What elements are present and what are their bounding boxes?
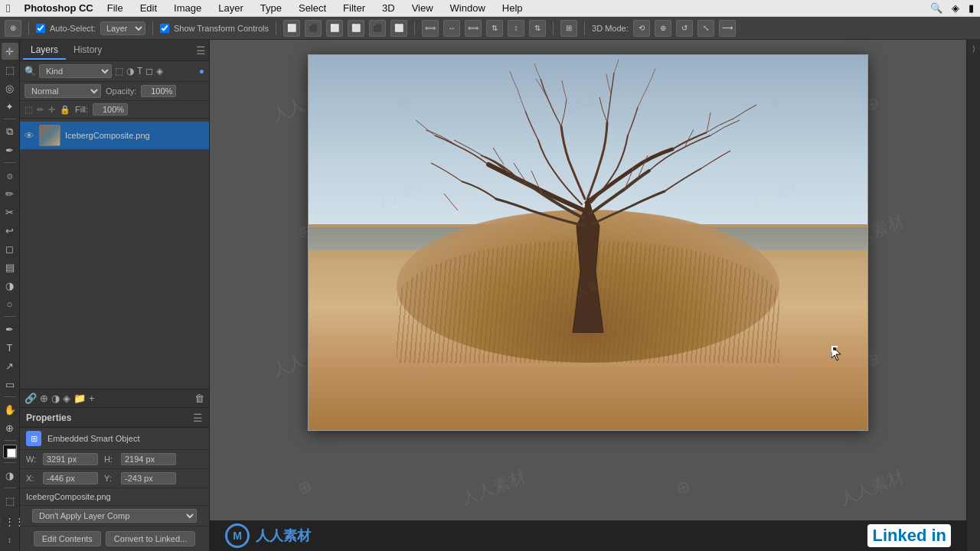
dist-middle-v-btn[interactable]: ↕ [508, 20, 524, 37]
height-field[interactable] [121, 453, 176, 465]
lock-transparent-icon[interactable]: ⬚ [24, 105, 32, 115]
gradient-tool[interactable]: ▤ [2, 259, 18, 276]
edit-contents-button[interactable]: Edit Contents [34, 531, 101, 546]
pen-tool[interactable]: ✒ [2, 321, 18, 337]
menu-type[interactable]: Type [257, 2, 285, 15]
auto-select-dropdown[interactable]: Layer Group [100, 21, 145, 35]
filter-toggle[interactable]: ● [199, 66, 204, 77]
fill-field[interactable] [93, 103, 128, 116]
shape-tool[interactable]: ▭ [2, 376, 18, 393]
dist-right-btn[interactable]: ⟺ [465, 20, 482, 37]
hand-tool[interactable]: ✋ [2, 401, 18, 418]
panel-collapse-icon[interactable]: ☰ [196, 44, 206, 57]
filter-smart-icon[interactable]: ◈ [156, 66, 163, 77]
properties-collapse-icon[interactable]: ☰ [193, 412, 203, 424]
dist-center-h-btn[interactable]: ↔ [443, 20, 460, 37]
extra-tools-btn[interactable]: ⋮⋮⋮ [2, 513, 18, 530]
group-layers-icon[interactable]: 📁 [74, 393, 86, 404]
x-field[interactable] [43, 472, 98, 484]
dodge-tool[interactable]: ○ [2, 295, 18, 312]
3d-scale-btn[interactable]: ⤡ [697, 20, 714, 37]
smart-object-icon: ⊞ [26, 431, 41, 446]
menu-3d[interactable]: 3D [379, 2, 398, 15]
delete-layer-icon[interactable]: 🗑 [194, 393, 204, 404]
menu-file[interactable]: File [104, 2, 126, 15]
link-layers-icon[interactable]: 🔗 [24, 393, 37, 404]
lasso-tool[interactable]: ◎ [2, 80, 18, 96]
y-field[interactable] [121, 472, 176, 484]
magic-wand-tool[interactable]: ✦ [2, 98, 18, 115]
path-selection-tool[interactable]: ↗ [2, 357, 18, 374]
screen-mode-btn[interactable]: ⬚ [2, 492, 18, 509]
layer-item[interactable]: 👁 IcebergComposite.png [20, 122, 209, 149]
3d-orbit-btn[interactable]: ⟲ [633, 20, 650, 37]
align-top-btn[interactable]: ⬜ [348, 20, 364, 37]
eraser-tool[interactable]: ◻ [2, 240, 18, 257]
layer-visibility-icon[interactable]: 👁 [24, 130, 34, 142]
3d-rotate-btn[interactable]: ↺ [676, 20, 693, 37]
clone-stamp-tool[interactable]: ✂ [2, 204, 18, 220]
layer-comp-select[interactable]: Don't Apply Layer Comp [32, 509, 197, 523]
align-left-btn[interactable]: ⬜ [283, 20, 300, 37]
align-bottom-btn[interactable]: ⬜ [390, 20, 407, 37]
blend-mode-select[interactable]: Normal Dissolve Multiply Screen Overlay … [24, 84, 101, 98]
blur-tool[interactable]: ◑ [2, 277, 18, 294]
filter-shape-icon[interactable]: ◻ [145, 66, 153, 77]
dist-left-btn[interactable]: ⟺ [422, 20, 439, 37]
photo-canvas: ⊕ 人人素材 ⊕ 人人素材 ⊕ 人人素材 ⊕ 人人素材 ⊕ 人人素材 ⊕ 人人素… [309, 55, 867, 430]
foreground-color[interactable] [3, 445, 17, 458]
right-expand-btn[interactable]: ⟩ [969, 43, 979, 54]
menu-view[interactable]: View [409, 2, 436, 15]
drag-panel-btn[interactable]: ↕ [2, 531, 18, 548]
brush-tool[interactable]: ✏ [2, 185, 18, 202]
menu-filter[interactable]: Filter [340, 2, 368, 15]
layer-effects-icon[interactable]: ⊕ [40, 393, 48, 404]
selection-tool[interactable]: ⬚ [2, 61, 18, 78]
lock-paint-icon[interactable]: ✏ [37, 105, 44, 115]
arrange-btn[interactable]: ⊞ [560, 20, 577, 37]
menu-select[interactable]: Select [296, 2, 329, 15]
align-middle-v-btn[interactable]: ⬛ [369, 20, 386, 37]
menu-search-icon[interactable]: 🔍 [930, 2, 942, 14]
menu-help[interactable]: Help [499, 2, 526, 15]
layer-list[interactable]: 👁 IcebergComposite.png [20, 119, 209, 389]
quick-mask-btn[interactable]: ◑ [2, 467, 18, 484]
align-center-h-btn[interactable]: ⬛ [305, 20, 322, 37]
menu-image[interactable]: Image [171, 2, 204, 15]
menu-window[interactable]: Window [447, 2, 488, 15]
move-tool-options[interactable]: ⊕ [5, 20, 21, 37]
transform-controls-checkbox[interactable] [160, 24, 169, 33]
move-tool[interactable]: ✛ [2, 43, 18, 60]
eyedropper-tool[interactable]: ✒ [2, 142, 18, 158]
lock-all-icon[interactable]: 🔒 [60, 105, 70, 115]
layer-mask-icon[interactable]: ◑ [51, 393, 60, 404]
3d-pan-btn[interactable]: ⊕ [655, 20, 671, 37]
lock-move-icon[interactable]: ✛ [48, 105, 55, 115]
menu-edit[interactable]: Edit [137, 2, 160, 15]
adjustment-layer-icon[interactable]: ◈ [63, 393, 70, 404]
text-tool[interactable]: T [2, 339, 18, 356]
filter-kind-select[interactable]: Kind Name Effect Mode Attribute Color Sm… [39, 64, 112, 78]
menu-layer[interactable]: Layer [215, 2, 247, 15]
filter-text-icon[interactable]: T [137, 66, 142, 77]
zoom-tool[interactable]: ⊕ [2, 419, 18, 436]
y-group: Y: [104, 472, 176, 484]
filter-pixel-icon[interactable]: ⬚ [115, 66, 123, 77]
opacity-field[interactable] [141, 85, 176, 97]
width-field[interactable] [43, 453, 98, 465]
filter-adjust-icon[interactable]: ◑ [126, 66, 134, 77]
tab-layers[interactable]: Layers [23, 41, 66, 60]
align-right-btn[interactable]: ⬜ [326, 20, 343, 37]
dist-bottom-btn[interactable]: ⇅ [529, 20, 546, 37]
new-layer-icon[interactable]: + [89, 393, 95, 404]
tree-svg [412, 57, 764, 333]
healing-tool[interactable]: ⌾ [2, 167, 18, 184]
history-brush-tool[interactable]: ↩ [2, 222, 18, 239]
crop-tool[interactable]: ⧉ [2, 123, 18, 140]
tab-history[interactable]: History [66, 41, 109, 60]
auto-select-checkbox[interactable] [36, 24, 45, 33]
apple-menu[interactable]:  [6, 2, 10, 15]
convert-to-linked-button[interactable]: Convert to Linked... [106, 531, 195, 546]
3d-move-btn[interactable]: ⟶ [719, 20, 736, 37]
dist-top-btn[interactable]: ⇅ [486, 20, 503, 37]
